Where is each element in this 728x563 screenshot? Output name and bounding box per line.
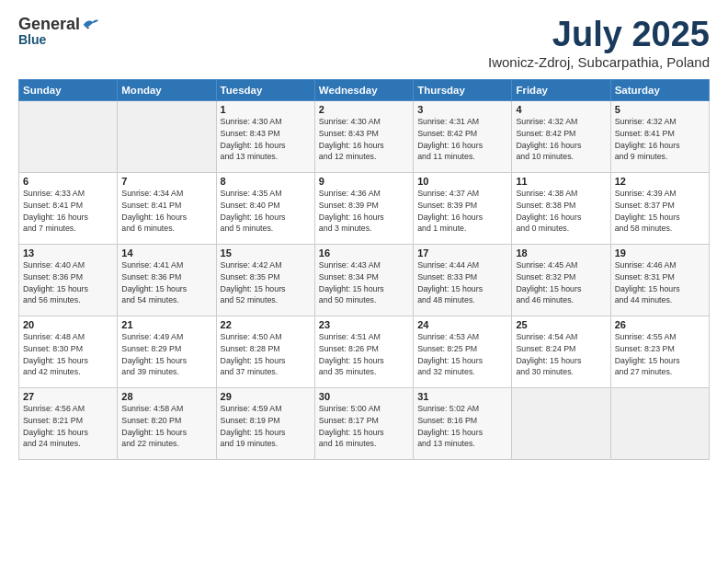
day-detail: Sunrise: 4:34 AM Sunset: 8:41 PM Dayligh… xyxy=(121,188,211,235)
day-detail: Sunrise: 4:50 AM Sunset: 8:28 PM Dayligh… xyxy=(221,331,311,378)
calendar-cell: 6Sunrise: 4:33 AM Sunset: 8:41 PM Daylig… xyxy=(19,173,118,245)
day-detail: Sunrise: 4:30 AM Sunset: 8:43 PM Dayligh… xyxy=(319,116,409,163)
day-number: 26 xyxy=(615,319,705,330)
day-number: 16 xyxy=(319,247,409,259)
day-detail: Sunrise: 4:46 AM Sunset: 8:31 PM Dayligh… xyxy=(615,259,705,306)
calendar-cell: 21Sunrise: 4:49 AM Sunset: 8:29 PM Dayli… xyxy=(118,316,216,388)
calendar-cell: 14Sunrise: 4:41 AM Sunset: 8:36 PM Dayli… xyxy=(118,245,216,316)
day-number: 14 xyxy=(121,247,211,259)
calendar-cell: 25Sunrise: 4:54 AM Sunset: 8:24 PM Dayli… xyxy=(512,316,610,388)
location-title: Iwonicz-Zdroj, Subcarpathia, Poland xyxy=(488,54,710,70)
calendar-cell: 10Sunrise: 4:37 AM Sunset: 8:39 PM Dayli… xyxy=(414,173,512,245)
day-number: 21 xyxy=(121,319,211,330)
day-detail: Sunrise: 4:43 AM Sunset: 8:34 PM Dayligh… xyxy=(319,259,409,306)
title-section: July 2025 Iwonicz-Zdroj, Subcarpathia, P… xyxy=(488,15,710,70)
day-detail: Sunrise: 4:58 AM Sunset: 8:20 PM Dayligh… xyxy=(121,403,211,450)
weekday-header-tuesday: Tuesday xyxy=(216,80,314,101)
calendar-cell: 9Sunrise: 4:36 AM Sunset: 8:39 PM Daylig… xyxy=(314,173,413,245)
day-detail: Sunrise: 4:35 AM Sunset: 8:40 PM Dayligh… xyxy=(221,188,311,235)
calendar-header-row: SundayMondayTuesdayWednesdayThursdayFrid… xyxy=(19,80,710,101)
calendar-week-2: 6Sunrise: 4:33 AM Sunset: 8:41 PM Daylig… xyxy=(19,173,710,245)
day-number: 30 xyxy=(319,391,409,402)
day-detail: Sunrise: 5:02 AM Sunset: 8:16 PM Dayligh… xyxy=(417,403,507,450)
calendar-cell xyxy=(19,101,118,173)
day-detail: Sunrise: 4:32 AM Sunset: 8:42 PM Dayligh… xyxy=(516,116,606,163)
calendar-table: SundayMondayTuesdayWednesdayThursdayFrid… xyxy=(18,79,710,460)
page: General Blue July 2025 Iwonicz-Zdroj, Su… xyxy=(0,0,728,563)
month-title: July 2025 xyxy=(488,15,710,54)
header: General Blue July 2025 Iwonicz-Zdroj, Su… xyxy=(18,15,710,70)
calendar-cell: 11Sunrise: 4:38 AM Sunset: 8:38 PM Dayli… xyxy=(512,173,610,245)
day-number: 27 xyxy=(23,391,113,402)
calendar-cell: 19Sunrise: 4:46 AM Sunset: 8:31 PM Dayli… xyxy=(610,245,709,316)
calendar-cell: 23Sunrise: 4:51 AM Sunset: 8:26 PM Dayli… xyxy=(314,316,413,388)
calendar-cell: 7Sunrise: 4:34 AM Sunset: 8:41 PM Daylig… xyxy=(118,173,216,245)
day-number: 15 xyxy=(221,247,311,259)
day-number: 8 xyxy=(221,176,311,187)
day-number: 20 xyxy=(23,319,113,330)
day-detail: Sunrise: 5:00 AM Sunset: 8:17 PM Dayligh… xyxy=(319,403,409,450)
day-detail: Sunrise: 4:49 AM Sunset: 8:29 PM Dayligh… xyxy=(121,331,211,378)
day-detail: Sunrise: 4:37 AM Sunset: 8:39 PM Dayligh… xyxy=(417,188,507,235)
day-detail: Sunrise: 4:54 AM Sunset: 8:24 PM Dayligh… xyxy=(516,331,606,378)
calendar-cell: 28Sunrise: 4:58 AM Sunset: 8:20 PM Dayli… xyxy=(118,388,216,460)
day-detail: Sunrise: 4:48 AM Sunset: 8:30 PM Dayligh… xyxy=(23,331,113,378)
day-detail: Sunrise: 4:33 AM Sunset: 8:41 PM Dayligh… xyxy=(23,188,113,235)
day-detail: Sunrise: 4:38 AM Sunset: 8:38 PM Dayligh… xyxy=(516,188,606,235)
logo-general-text: General xyxy=(18,15,80,34)
calendar-week-4: 20Sunrise: 4:48 AM Sunset: 8:30 PM Dayli… xyxy=(19,316,710,388)
day-detail: Sunrise: 4:53 AM Sunset: 8:25 PM Dayligh… xyxy=(417,331,507,378)
day-detail: Sunrise: 4:56 AM Sunset: 8:21 PM Dayligh… xyxy=(23,403,113,450)
weekday-header-friday: Friday xyxy=(512,80,610,101)
day-number: 29 xyxy=(221,391,311,402)
calendar-cell: 30Sunrise: 5:00 AM Sunset: 8:17 PM Dayli… xyxy=(314,388,413,460)
day-detail: Sunrise: 4:42 AM Sunset: 8:35 PM Dayligh… xyxy=(221,259,311,306)
day-detail: Sunrise: 4:31 AM Sunset: 8:42 PM Dayligh… xyxy=(417,116,507,163)
day-number: 3 xyxy=(417,104,507,115)
calendar-cell xyxy=(512,388,610,460)
day-number: 28 xyxy=(121,391,211,402)
calendar-cell: 8Sunrise: 4:35 AM Sunset: 8:40 PM Daylig… xyxy=(216,173,314,245)
calendar-cell: 17Sunrise: 4:44 AM Sunset: 8:33 PM Dayli… xyxy=(414,245,512,316)
calendar-cell: 16Sunrise: 4:43 AM Sunset: 8:34 PM Dayli… xyxy=(314,245,413,316)
calendar-cell: 18Sunrise: 4:45 AM Sunset: 8:32 PM Dayli… xyxy=(512,245,610,316)
calendar-cell: 4Sunrise: 4:32 AM Sunset: 8:42 PM Daylig… xyxy=(512,101,610,173)
day-number: 24 xyxy=(417,319,507,330)
day-number: 31 xyxy=(417,391,507,402)
day-detail: Sunrise: 4:36 AM Sunset: 8:39 PM Dayligh… xyxy=(319,188,409,235)
day-number: 5 xyxy=(615,104,705,115)
day-number: 6 xyxy=(23,176,113,187)
calendar-cell: 3Sunrise: 4:31 AM Sunset: 8:42 PM Daylig… xyxy=(414,101,512,173)
day-number: 11 xyxy=(516,176,606,187)
calendar-cell xyxy=(610,388,709,460)
calendar-week-3: 13Sunrise: 4:40 AM Sunset: 8:36 PM Dayli… xyxy=(19,245,710,316)
weekday-header-thursday: Thursday xyxy=(414,80,512,101)
day-detail: Sunrise: 4:51 AM Sunset: 8:26 PM Dayligh… xyxy=(319,331,409,378)
day-detail: Sunrise: 4:32 AM Sunset: 8:41 PM Dayligh… xyxy=(615,116,705,163)
day-detail: Sunrise: 4:39 AM Sunset: 8:37 PM Dayligh… xyxy=(615,188,705,235)
weekday-header-sunday: Sunday xyxy=(19,80,118,101)
day-number: 22 xyxy=(221,319,311,330)
calendar-cell: 26Sunrise: 4:55 AM Sunset: 8:23 PM Dayli… xyxy=(610,316,709,388)
calendar-cell: 31Sunrise: 5:02 AM Sunset: 8:16 PM Dayli… xyxy=(414,388,512,460)
logo: General Blue xyxy=(18,15,100,47)
calendar-cell: 5Sunrise: 4:32 AM Sunset: 8:41 PM Daylig… xyxy=(610,101,709,173)
day-detail: Sunrise: 4:44 AM Sunset: 8:33 PM Dayligh… xyxy=(417,259,507,306)
day-detail: Sunrise: 4:55 AM Sunset: 8:23 PM Dayligh… xyxy=(615,331,705,378)
calendar-week-5: 27Sunrise: 4:56 AM Sunset: 8:21 PM Dayli… xyxy=(19,388,710,460)
calendar-cell: 1Sunrise: 4:30 AM Sunset: 8:43 PM Daylig… xyxy=(216,101,314,173)
logo-blue-label: Blue xyxy=(18,32,46,47)
day-number: 2 xyxy=(319,104,409,115)
day-number: 25 xyxy=(516,319,606,330)
day-number: 17 xyxy=(417,247,507,259)
calendar-cell: 2Sunrise: 4:30 AM Sunset: 8:43 PM Daylig… xyxy=(314,101,413,173)
calendar-cell: 12Sunrise: 4:39 AM Sunset: 8:37 PM Dayli… xyxy=(610,173,709,245)
day-number: 12 xyxy=(615,176,705,187)
day-detail: Sunrise: 4:30 AM Sunset: 8:43 PM Dayligh… xyxy=(221,116,311,163)
calendar-cell: 20Sunrise: 4:48 AM Sunset: 8:30 PM Dayli… xyxy=(19,316,118,388)
day-detail: Sunrise: 4:41 AM Sunset: 8:36 PM Dayligh… xyxy=(121,259,211,306)
calendar-cell xyxy=(118,101,216,173)
day-number: 4 xyxy=(516,104,606,115)
day-detail: Sunrise: 4:59 AM Sunset: 8:19 PM Dayligh… xyxy=(221,403,311,450)
day-number: 1 xyxy=(221,104,311,115)
